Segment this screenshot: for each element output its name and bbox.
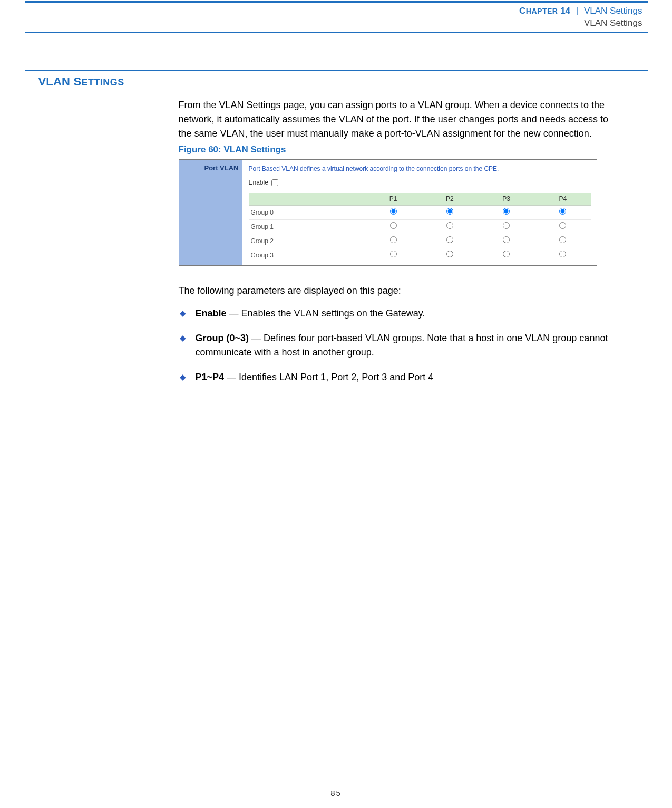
radio-p2-g2[interactable]	[446, 236, 453, 243]
figure-main: Port Based VLAN defines a virtual networ…	[242, 160, 597, 265]
figure-port-vlan: Port VLAN Port Based VLAN defines a virt…	[179, 159, 597, 266]
radio-p3-g1[interactable]	[503, 222, 510, 229]
chapter-separator: |	[576, 6, 578, 16]
chapter-number: 14	[558, 6, 570, 16]
radio-p4-g0[interactable]	[559, 208, 566, 215]
intro-paragraph: From the VLAN Settings page, you can ass…	[179, 98, 616, 141]
figure-caption: Figure 60: VLAN Settings	[179, 143, 616, 157]
params-intro: The following parameters are displayed o…	[179, 284, 616, 298]
chapter-title: VLAN Settings	[584, 6, 642, 16]
bullet-term: P1~P4	[196, 372, 225, 382]
radio-p1-g2[interactable]	[390, 236, 397, 243]
list-item: Enable — Enables the VLAN settings on th…	[179, 306, 616, 321]
radio-p1-g3[interactable]	[390, 251, 397, 257]
bullet-desc: — Defines four port-based VLAN groups. N…	[196, 333, 608, 358]
vlan-table-header-row: P1 P2 P3 P4	[249, 193, 591, 206]
body-column: From the VLAN Settings page, you can ass…	[179, 98, 616, 385]
header-line-1: CHAPTER 14 | VLAN Settings VLAN Settings	[25, 3, 648, 31]
figure-sidebar: Port VLAN	[179, 160, 242, 265]
radio-p2-g1[interactable]	[446, 222, 453, 229]
vlan-col-p4: P4	[534, 193, 591, 206]
group-label: Group 3	[249, 248, 365, 263]
group-label: Group 1	[249, 220, 365, 234]
group-label: Group 2	[249, 234, 365, 248]
list-item: Group (0~3) — Defines four port-based VL…	[179, 331, 616, 360]
radio-p4-g1[interactable]	[559, 222, 566, 229]
table-row: Group 1	[249, 220, 591, 234]
enable-checkbox[interactable]	[271, 179, 278, 186]
radio-p4-g2[interactable]	[559, 236, 566, 243]
table-row: Group 3	[249, 248, 591, 263]
bullet-desc: — Identifies LAN Port 1, Port 2, Port 3 …	[224, 372, 433, 382]
content-area: VLAN SETTINGS From the VLAN Settings pag…	[25, 70, 648, 385]
bullet-term: Group (0~3)	[196, 333, 249, 343]
figure-sidebar-title: Port VLAN	[179, 163, 239, 174]
vlan-col-p2: P2	[422, 193, 478, 206]
page-number: – 85 –	[0, 788, 672, 797]
section-heading: VLAN SETTINGS	[38, 75, 648, 89]
radio-p4-g3[interactable]	[559, 251, 566, 257]
list-item: P1~P4 — Identifies LAN Port 1, Port 2, P…	[179, 370, 616, 384]
radio-p1-g1[interactable]	[390, 222, 397, 229]
enable-row: Enable	[249, 178, 591, 187]
bullet-term: Enable	[196, 308, 227, 319]
radio-p3-g0[interactable]	[503, 208, 510, 215]
vlan-table: P1 P2 P3 P4 Group 0	[249, 193, 591, 262]
figure-description: Port Based VLAN defines a virtual networ…	[249, 164, 591, 174]
enable-label: Enable	[249, 178, 268, 187]
vlan-col-blank	[249, 193, 365, 206]
table-row: Group 2	[249, 234, 591, 248]
bullet-list: Enable — Enables the VLAN settings on th…	[179, 306, 616, 384]
group-label: Group 0	[249, 206, 365, 220]
radio-p2-g0[interactable]	[446, 208, 453, 215]
chapter-label: CHAPTER	[519, 6, 558, 16]
header-rule	[25, 32, 648, 33]
radio-p2-g3[interactable]	[446, 251, 453, 257]
vlan-table-body: Group 0 Group 1	[249, 206, 591, 263]
table-row: Group 0	[249, 206, 591, 220]
vlan-col-p1: P1	[365, 193, 422, 206]
header-subtitle: VLAN Settings	[25, 17, 642, 30]
page: CHAPTER 14 | VLAN Settings VLAN Settings…	[0, 0, 672, 808]
radio-p3-g3[interactable]	[503, 251, 510, 257]
page-header: CHAPTER 14 | VLAN Settings VLAN Settings	[25, 1, 648, 31]
radio-p1-g0[interactable]	[390, 208, 397, 215]
vlan-col-p3: P3	[478, 193, 534, 206]
radio-p3-g2[interactable]	[503, 236, 510, 243]
section-rule	[25, 70, 648, 71]
bullet-desc: — Enables the VLAN settings on the Gatew…	[227, 308, 425, 319]
